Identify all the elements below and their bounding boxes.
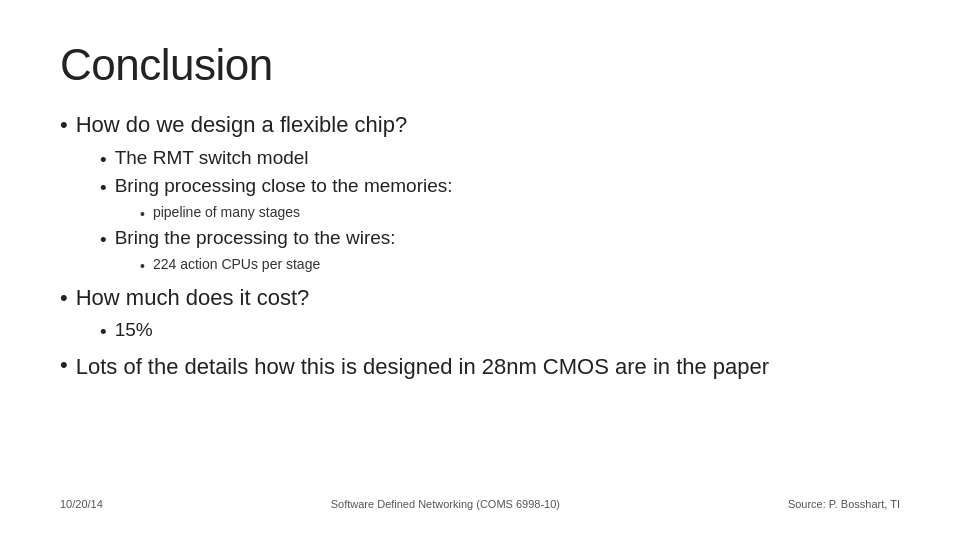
bullet-1-2-dot: •	[100, 175, 107, 202]
bullet-1: • How do we design a flexible chip?	[60, 110, 900, 141]
footer-right: Source: P. Bosshart, TI	[788, 498, 900, 510]
bullet-2-subs: • 15%	[100, 319, 900, 348]
bullet-1-3-1-dot: •	[140, 256, 145, 277]
bullet-1-3: • Bring the processing to the wires:	[100, 227, 900, 254]
slide-title: Conclusion	[60, 40, 900, 90]
bullet-1-text: How do we design a flexible chip?	[76, 110, 407, 141]
bullet-1-1: • The RMT switch model	[100, 147, 900, 174]
bullet-2: • How much does it cost?	[60, 283, 900, 314]
bullet-1-2-1-dot: •	[140, 204, 145, 225]
bullet-1-2: • Bring processing close to the memories…	[100, 175, 900, 202]
bullet-3-text: Lots of the details how this is designed…	[76, 352, 769, 383]
bullet-1-3-1-text: 224 action CPUs per stage	[153, 256, 320, 272]
slide: Conclusion • How do we design a flexible…	[0, 0, 960, 540]
bullet-2-text: How much does it cost?	[76, 283, 310, 314]
bullet-1-2-1-text: pipeline of many stages	[153, 204, 300, 220]
footer-left: 10/20/14	[60, 498, 103, 510]
bullet-1-2-1: • pipeline of many stages	[140, 204, 900, 225]
bullet-1-subs: • The RMT switch model • Bring processin…	[100, 147, 900, 279]
bullet-2-1-dot: •	[100, 319, 107, 346]
bullet-1-1-text: The RMT switch model	[115, 147, 309, 169]
bullet-3-dot: •	[60, 352, 68, 378]
footer: 10/20/14 Software Defined Networking (CO…	[60, 490, 900, 510]
bullet-2-1-text: 15%	[115, 319, 153, 341]
bullet-1-3-1: • 224 action CPUs per stage	[140, 256, 900, 277]
bullet-1-3-dot: •	[100, 227, 107, 254]
footer-center: Software Defined Networking (COMS 6998-1…	[331, 498, 560, 510]
bullet-2-dot: •	[60, 283, 68, 314]
bullet-2-1: • 15%	[100, 319, 900, 346]
bullet-1-1-dot: •	[100, 147, 107, 174]
bullet-3: • Lots of the details how this is design…	[60, 352, 900, 383]
bullet-1-3-text: Bring the processing to the wires:	[115, 227, 396, 249]
bullet-1-2-text: Bring processing close to the memories:	[115, 175, 453, 197]
slide-content: • How do we design a flexible chip? • Th…	[60, 110, 900, 490]
bullet-1-dot: •	[60, 110, 68, 141]
